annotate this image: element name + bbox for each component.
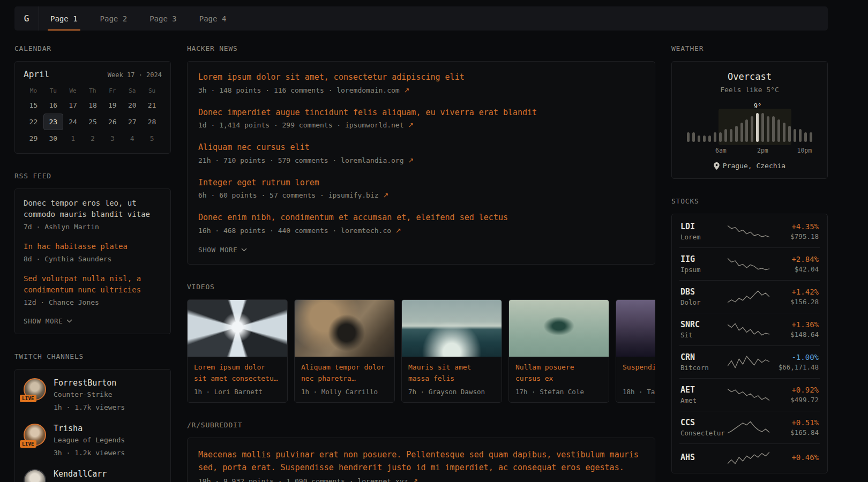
external-link-icon: ↗	[412, 477, 418, 482]
channel-game: League of Legends	[54, 435, 125, 446]
news-item-link[interactable]: Aliquam nec cursus elit	[198, 142, 644, 154]
weather-hour-bar	[714, 132, 716, 142]
stock-price: $42.04	[769, 265, 819, 273]
stock-price: $156.28	[769, 298, 819, 306]
video-card[interactable]: Mauris sit amet massa felis 7h · Grayson…	[401, 299, 502, 403]
news-item-link[interactable]: Donec enim nibh, condimentum et accumsan…	[198, 212, 644, 224]
calendar-month: April	[24, 69, 49, 79]
news-item-domain[interactable]: loremtech.co ↗	[341, 227, 401, 235]
video-card[interactable]: Suspendisse diam 18h · Tara	[616, 299, 655, 403]
news-item-domain[interactable]: loremlandia.org ↗	[341, 156, 414, 164]
stock-price: $66,171.48	[769, 363, 819, 371]
calendar-day: 21	[142, 97, 162, 114]
stock-row[interactable]: LDI Lorem +4.35% $795.18	[679, 215, 820, 247]
twitch-channel[interactable]: LIVE Trisha League of Legends 3h · 1.2k …	[24, 424, 162, 459]
twitch-channel[interactable]: LIVE KendallCarr	[24, 469, 162, 482]
stock-row[interactable]: AHS +0.46%	[679, 443, 820, 472]
time-label: 2pm	[757, 147, 768, 154]
page-tabs: Page 1Page 2Page 3Page 4	[39, 6, 237, 31]
stock-identity: CCS Consectetur	[680, 418, 728, 437]
rss-item-link[interactable]: In hac habitasse platea	[24, 241, 162, 252]
news-item-domain[interactable]: ipsumify.biz ↗	[328, 191, 389, 199]
channel-name[interactable]: Trisha	[54, 424, 125, 433]
stock-row[interactable]: SNRC Sit +1.36% $148.64	[679, 313, 820, 345]
channel-name[interactable]: ForrestBurton	[54, 378, 125, 388]
day-of-week-label: Tu	[43, 84, 63, 97]
channel-viewers: 1h · 1.7k viewers	[54, 402, 125, 413]
page-tab[interactable]: Page 3	[138, 6, 188, 31]
stock-company: Bitcorn	[680, 364, 728, 372]
video-title-link[interactable]: Nullam posuere cursus ex	[515, 362, 602, 385]
video-caption: Aliquam tempor dolor nec pharetra… 1h · …	[295, 357, 394, 402]
video-title-link[interactable]: Suspendisse diam	[623, 362, 655, 385]
news-item-link[interactable]: Lorem ipsum dolor sit amet, consectetur …	[198, 72, 644, 84]
news-item-stats: 1d · 1,414 points · 299 comments ·	[198, 121, 345, 129]
channel-name[interactable]: KendallCarr	[54, 469, 107, 479]
stock-change: +1.36%	[769, 320, 819, 329]
video-card[interactable]: Aliquam tempor dolor nec pharetra… 1h · …	[294, 299, 395, 403]
reddit-post-domain[interactable]: loremnet.xyz ↗	[357, 477, 418, 482]
weather-hour-bar	[730, 129, 732, 142]
calendar-day: 25	[83, 114, 103, 130]
stock-row[interactable]: AET Amet +0.92% $499.72	[679, 378, 820, 411]
stock-change: -1.00%	[769, 353, 819, 362]
calendar-days: 1516171819202122232425262728293012345	[24, 97, 162, 147]
chevron-down-icon	[66, 319, 72, 323]
twitch-channel[interactable]: LIVE ForrestBurton Counter-Strike 1h · 1…	[24, 378, 162, 413]
news-item-meta: 16h · 468 points · 440 comments · loremt…	[198, 225, 644, 237]
reddit-post-meta: 19h · 9,932 points · 1,090 comments · lo…	[198, 476, 644, 482]
domain-text: ipsumworld.net	[345, 121, 404, 129]
weather-hour-bar	[799, 129, 802, 142]
middle-column: HACKER NEWS Lorem ipsum dolor sit amet, …	[187, 44, 655, 482]
video-title-link[interactable]: Aliquam tempor dolor nec pharetra…	[301, 362, 388, 385]
video-title-link[interactable]: Mauris sit amet massa felis	[408, 362, 495, 385]
subreddit-list: Maecenas mollis pulvinar erat non posuer…	[198, 448, 644, 482]
calendar-day: 3	[102, 130, 122, 147]
stock-ticker: AHS	[680, 453, 728, 462]
stock-row[interactable]: IIG Ipsum +2.84% $42.04	[679, 247, 820, 280]
stock-row[interactable]: CRN Bitcorn -1.00% $66,171.48	[679, 345, 820, 378]
news-item-domain[interactable]: ipsumworld.net ↗	[345, 121, 414, 129]
rss-item-link[interactable]: Sed volutpat nulla nisl, a condimentum n…	[24, 273, 162, 296]
rss-panel: Donec tempor eros leo, ut commodo mauris…	[14, 189, 171, 334]
stock-sparkline	[728, 322, 769, 337]
stock-row[interactable]: DBS Dolor +1.42% $156.28	[679, 280, 820, 313]
news-item-domain[interactable]: loremdomain.com ↗	[336, 86, 409, 94]
app-logo[interactable]: G	[14, 6, 39, 31]
stock-values: +0.51% $165.84	[769, 418, 819, 436]
news-item-link[interactable]: Donec imperdiet augue tincidunt felis al…	[198, 107, 644, 119]
video-title-link[interactable]: Lorem ipsum dolor sit amet consectetu…	[194, 362, 281, 385]
weather-hour-bar	[719, 132, 722, 142]
rss-item-meta: 12d · Chance Jones	[24, 297, 162, 308]
news-item-stats: 21h · 710 points · 579 comments ·	[198, 156, 341, 164]
video-thumbnail	[295, 300, 394, 357]
stock-identity: AET Amet	[680, 385, 728, 404]
video-card[interactable]: Nullam posuere cursus ex 17h · Stefan Co…	[508, 299, 609, 403]
day-of-week-label: Fr	[102, 84, 122, 97]
stock-identity: SNRC Sit	[680, 320, 728, 339]
rss-widget: RSS FEED Donec tempor eros leo, ut commo…	[14, 172, 171, 334]
page-tab[interactable]: Page 4	[188, 6, 238, 31]
video-meta: 18h · Tara	[623, 388, 655, 396]
rss-item-link[interactable]: Donec tempor eros leo, ut commodo mauris…	[24, 198, 162, 220]
video-card[interactable]: Lorem ipsum dolor sit amet consectetu… 1…	[187, 299, 288, 403]
news-item-link[interactable]: Integer eget rutrum lorem	[198, 177, 644, 189]
time-label: 10pm	[797, 147, 812, 154]
news-item-meta: 1d · 1,414 points · 299 comments · ipsum…	[198, 120, 644, 131]
domain-text: loremtech.co	[341, 227, 391, 235]
stock-ticker: AET	[680, 385, 728, 395]
video-caption: Nullam posuere cursus ex 17h · Stefan Co…	[509, 357, 609, 402]
hackernews-show-more-button[interactable]: SHOW MORE	[198, 246, 247, 254]
subreddit-section-title: /R/SUBREDDIT	[187, 421, 655, 429]
stock-ticker: DBS	[680, 287, 728, 297]
rss-show-more-button[interactable]: SHOW MORE	[24, 317, 72, 325]
stock-row[interactable]: CCS Consectetur +0.51% $165.84	[679, 411, 820, 443]
calendar-day: 24	[63, 114, 83, 130]
stock-sparkline	[728, 420, 769, 435]
weather-section-title: WEATHER	[671, 44, 828, 52]
page-tab[interactable]: Page 1	[39, 6, 89, 31]
reddit-post-link[interactable]: Maecenas mollis pulvinar erat non posuer…	[198, 448, 644, 475]
news-item: Lorem ipsum dolor sit amet, consectetur …	[198, 72, 644, 96]
page-tab[interactable]: Page 2	[89, 6, 139, 31]
weather-hour-bar	[804, 132, 807, 142]
